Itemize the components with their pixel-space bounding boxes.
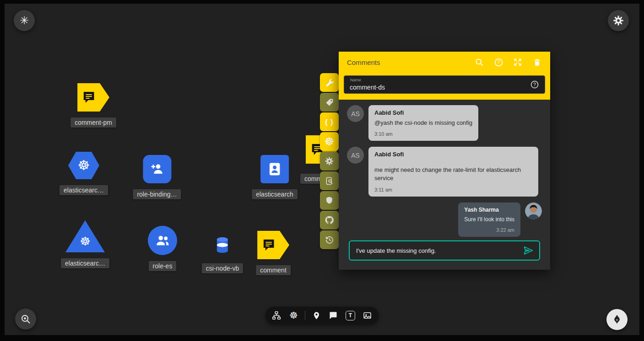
flowchart-tool[interactable] — [271, 309, 282, 321]
comments-panel: Comments ? — [339, 52, 550, 270]
comment-tool[interactable] — [327, 309, 339, 321]
node-action-security[interactable] — [320, 191, 339, 210]
triangle-shape: ☸ — [65, 220, 105, 252]
message-text: me might need to change the rate-limit f… — [374, 166, 532, 182]
help-icon: ? — [494, 58, 503, 67]
expand-button[interactable] — [513, 57, 523, 67]
comment-icon — [329, 311, 338, 320]
node-action-kubernetes[interactable]: ☸ — [320, 132, 339, 151]
rounded-square-shape — [143, 155, 171, 183]
pen-tool-button[interactable] — [606, 309, 628, 330]
github-icon — [325, 215, 334, 225]
composer[interactable] — [349, 240, 540, 261]
message-bubble: Aabid Sofi @yash the csi-node is missing… — [368, 105, 478, 141]
message-text: Sure I'll look into this — [464, 216, 514, 224]
shield-icon — [325, 196, 334, 205]
tag-pentagon-shape — [77, 83, 109, 112]
node-label: comment — [256, 265, 291, 275]
kubernetes-icon: ☸ — [80, 235, 90, 247]
image-icon — [363, 311, 372, 320]
storage-icon — [216, 237, 229, 253]
node-action-label[interactable] — [320, 93, 339, 112]
history-icon — [325, 235, 334, 245]
node-label: comment-pm — [70, 117, 116, 128]
name-section: Name ? — [339, 73, 550, 100]
comment-input[interactable] — [352, 247, 523, 254]
help-icon: ? — [530, 80, 539, 89]
node-csi-node-vb[interactable]: csi-node-vb — [202, 237, 243, 273]
hexagon-shape: ☸ — [68, 152, 99, 179]
node-elasticsearch-triangle[interactable]: ☸ elasticsearc… — [61, 220, 109, 268]
node-action-github[interactable] — [320, 211, 339, 229]
users-icon — [154, 232, 171, 249]
node-role-binding[interactable]: role-binding… — [133, 155, 181, 199]
settings-button[interactable] — [608, 10, 629, 31]
wrench-icon — [325, 78, 335, 88]
kubernetes-tool[interactable]: ☸ — [288, 309, 300, 321]
scan-document-icon — [325, 176, 334, 186]
chat-message: Yash Sharma Sure I'll look into this 3:2… — [347, 202, 542, 237]
search-icon — [475, 58, 484, 67]
kubernetes-icon: ☸ — [78, 159, 90, 172]
node-action-history[interactable] — [320, 230, 339, 249]
name-field-label: Name — [350, 78, 361, 82]
name-help-button[interactable]: ? — [530, 80, 539, 89]
zoom-button[interactable] — [15, 309, 36, 330]
tag-pentagon-shape — [257, 231, 289, 259]
node-label: csi-node-vb — [202, 263, 243, 273]
message-author: Yash Sharma — [464, 207, 514, 213]
message-author: Aabid Sofi — [374, 151, 532, 158]
node-label: elasticsearc… — [60, 185, 108, 195]
svg-text:?: ? — [497, 59, 500, 65]
name-field[interactable]: Name ? — [344, 75, 545, 94]
pin-icon — [312, 311, 321, 320]
kubernetes-icon: ☸ — [289, 311, 298, 320]
chat-message: AS Aabid Sofi @yash the csi-node is miss… — [347, 105, 542, 141]
node-label: role-es — [149, 261, 177, 271]
expand-icon — [513, 58, 522, 67]
name-input[interactable] — [350, 78, 530, 91]
node-role-es[interactable]: role-es — [148, 226, 177, 271]
send-button[interactable] — [523, 245, 534, 256]
node-label: elasticsearc… — [61, 258, 109, 268]
add-user-icon — [149, 161, 165, 177]
node-action-inspect[interactable] — [320, 171, 339, 190]
pin-tool[interactable] — [310, 309, 322, 321]
gear-icon — [325, 156, 334, 166]
trash-icon — [533, 58, 541, 67]
node-elasticsearch-hexagon[interactable]: ☸ elasticsearc… — [60, 152, 108, 195]
tag-icon — [325, 98, 334, 107]
yash-avatar — [525, 202, 542, 219]
node-label: elasticsearch — [252, 189, 298, 199]
gear-icon — [612, 15, 624, 27]
node-action-configure[interactable] — [320, 73, 339, 92]
avatar-initials: AS — [351, 110, 360, 117]
node-comment[interactable]: comment — [256, 231, 291, 275]
node-action-settings[interactable] — [320, 152, 339, 170]
message-author: Aabid Sofi — [374, 109, 472, 116]
message-time: 3:10 am — [374, 131, 472, 137]
app-menu-button[interactable]: ✳ — [14, 10, 35, 31]
search-button[interactable] — [474, 57, 484, 67]
help-button[interactable]: ? — [493, 57, 503, 67]
composer-row — [339, 237, 550, 270]
braces-icon: { } — [325, 118, 334, 126]
node-action-json[interactable]: { } — [320, 112, 339, 131]
node-comment-pm[interactable]: comment-pm — [70, 83, 116, 128]
message-list[interactable]: AS Aabid Sofi @yash the csi-node is miss… — [339, 100, 550, 237]
image-tool[interactable] — [362, 309, 373, 321]
avatar-initials: AS — [351, 152, 360, 159]
zoom-in-icon — [20, 314, 31, 325]
circle-shape — [148, 226, 177, 255]
message-time: 3:11 am — [374, 187, 532, 192]
chat-message: AS Aabid Sofi me might need to change th… — [347, 147, 542, 196]
text-tool-icon: T — [346, 311, 355, 320]
message-bubble: Aabid Sofi me might need to change the r… — [368, 147, 538, 196]
node-label: role-binding… — [133, 189, 181, 199]
text-tool[interactable]: T — [345, 309, 357, 321]
pen-nib-icon — [612, 314, 622, 325]
node-elasticsearch[interactable]: elasticsearch — [252, 155, 298, 199]
comment-icon — [261, 238, 276, 252]
delete-button[interactable] — [532, 57, 542, 67]
message-time: 3:22 am — [464, 227, 514, 233]
